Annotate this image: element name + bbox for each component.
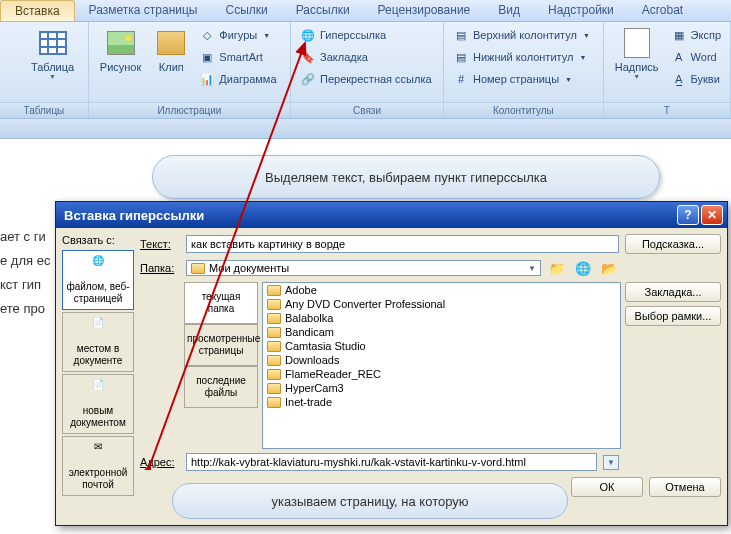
list-item[interactable]: Bandicam (263, 325, 620, 339)
hyperlink-icon: 🌐 (300, 27, 316, 43)
linkto-panel: Связать с: 🌐файлом, веб-страницей 📄место… (62, 234, 134, 519)
pagenum-icon: # (453, 71, 469, 87)
smartart-icon: ▣ (199, 49, 215, 65)
bookmark-button[interactable]: 🔖Закладка (296, 47, 438, 67)
textbox-button[interactable]: Надпись▼ (609, 25, 665, 82)
text-input[interactable] (186, 235, 619, 253)
address-input[interactable] (186, 453, 597, 471)
address-dropdown[interactable]: ▼ (603, 455, 619, 470)
dialog-titlebar[interactable]: Вставка гиперссылки ? ✕ (56, 202, 727, 228)
dropcap-icon: A̲ (671, 71, 687, 87)
linkto-email[interactable]: ✉электронной почтой (62, 436, 134, 496)
header-icon: ▤ (453, 27, 469, 43)
tab-acrobat[interactable]: Acrobat (628, 0, 697, 21)
textbox-icon (621, 27, 653, 59)
group-tables-label: Таблицы (0, 102, 88, 118)
ribbon: Таблица▼ Таблицы Рисунок Клип ◇Фигуры▼ ▣… (0, 22, 731, 119)
browse-file-button[interactable]: 📂 (599, 258, 619, 278)
tab-mailings[interactable]: Рассылки (282, 0, 364, 21)
table-icon (37, 27, 69, 59)
callout-bottom: указываем страницу, на которую (172, 483, 568, 519)
hyperlink-dialog: Вставка гиперссылки ? ✕ Связать с: 🌐файл… (55, 201, 728, 526)
tab-layout[interactable]: Разметка страницы (75, 0, 212, 21)
subnav-current[interactable]: текущая папка (184, 282, 258, 324)
wordart-button[interactable]: AWord (667, 47, 725, 67)
dialog-title: Вставка гиперссылки (60, 208, 675, 223)
place-icon: 📄 (86, 317, 110, 341)
subnav-viewed[interactable]: просмотренные страницы (184, 324, 258, 366)
footer-icon: ▤ (453, 49, 469, 65)
up-button[interactable]: 📁 (547, 258, 567, 278)
shapes-button[interactable]: ◇Фигуры▼ (195, 25, 280, 45)
ok-button[interactable]: ОК (571, 477, 643, 497)
dropcap-button[interactable]: A̲Букви (667, 69, 725, 89)
tab-insert[interactable]: Вставка (0, 0, 75, 21)
table-button[interactable]: Таблица▼ (25, 25, 80, 82)
document-body: ает с ги е для ес кст гип ете про (0, 225, 50, 321)
chart-button[interactable]: 📊Диаграмма (195, 69, 280, 89)
linkto-place[interactable]: 📄местом в документе (62, 312, 134, 372)
folder-icon (267, 285, 281, 296)
close-button[interactable]: ✕ (701, 205, 723, 225)
ribbon-tabs: Вставка Разметка страницы Ссылки Рассылк… (0, 0, 731, 22)
shapes-icon: ◇ (199, 27, 215, 43)
folder-icon (267, 355, 281, 366)
list-item[interactable]: Adobe (263, 283, 620, 297)
folder-select[interactable]: Мои документы ▼ (186, 260, 541, 276)
list-item[interactable]: Any DVD Converter Professional (263, 297, 620, 311)
group-links-label: Связи (291, 102, 443, 118)
ruler (0, 119, 731, 139)
bookmark-icon: 🔖 (300, 49, 316, 65)
address-label: Адрес: (140, 456, 180, 468)
folder-icon (191, 263, 205, 274)
picture-icon (105, 27, 137, 59)
frame-button[interactable]: Выбор рамки... (625, 306, 721, 326)
express-button[interactable]: ▦Экспр (667, 25, 725, 45)
folder-icon (267, 313, 281, 324)
list-item[interactable]: Inet-trade (263, 395, 620, 409)
footer-button[interactable]: ▤Нижний колонтитул▼ (449, 47, 598, 67)
text-label: Текст: (140, 238, 180, 250)
tab-references[interactable]: Ссылки (211, 0, 281, 21)
tab-addins[interactable]: Надстройки (534, 0, 628, 21)
folder-icon (267, 327, 281, 338)
list-item[interactable]: Downloads (263, 353, 620, 367)
folder-icon (267, 397, 281, 408)
file-list[interactable]: Adobe Any DVD Converter Professional Bal… (262, 282, 621, 449)
tab-review[interactable]: Рецензирование (364, 0, 485, 21)
tab-view[interactable]: Вид (484, 0, 534, 21)
folder-icon (267, 299, 281, 310)
callout-top: Выделяем текст, выбираем пункт гиперссыл… (152, 155, 660, 199)
chart-icon: 📊 (199, 71, 215, 87)
email-icon: ✉ (86, 441, 110, 465)
folder-icon (267, 383, 281, 394)
crossref-button[interactable]: 🔗Перекрестная ссылка (296, 69, 438, 89)
picture-button[interactable]: Рисунок (94, 25, 148, 75)
newdoc-icon: 📄 (86, 379, 110, 403)
clip-icon (155, 27, 187, 59)
smartart-button[interactable]: ▣SmartArt (195, 47, 280, 67)
bookmark-button[interactable]: Закладка... (625, 282, 721, 302)
subnav-recent[interactable]: последние файлы (184, 366, 258, 408)
group-headerfooter-label: Колонтитулы (444, 102, 603, 118)
linkto-newdoc[interactable]: 📄новым документом (62, 374, 134, 434)
list-item[interactable]: Camtasia Studio (263, 339, 620, 353)
group-text-label: Т (604, 102, 730, 118)
hyperlink-button[interactable]: 🌐Гиперссылка (296, 25, 438, 45)
wordart-icon: A (671, 49, 687, 65)
list-item[interactable]: Balabolka (263, 311, 620, 325)
clip-button[interactable]: Клип (149, 25, 193, 75)
browse-web-button[interactable]: 🌐 (573, 258, 593, 278)
folder-icon (267, 369, 281, 380)
pagenum-button[interactable]: #Номер страницы▼ (449, 69, 598, 89)
help-button[interactable]: ? (677, 205, 699, 225)
cancel-button[interactable]: Отмена (649, 477, 721, 497)
list-item[interactable]: FlameReader_REC (263, 367, 620, 381)
group-illustrations-label: Иллюстрации (89, 102, 290, 118)
express-icon: ▦ (671, 27, 687, 43)
list-item[interactable]: HyperCam3 (263, 381, 620, 395)
linkto-file[interactable]: 🌐файлом, веб-страницей (62, 250, 134, 310)
header-button[interactable]: ▤Верхний колонтитул▼ (449, 25, 598, 45)
hint-button[interactable]: Подсказка... (625, 234, 721, 254)
crossref-icon: 🔗 (300, 71, 316, 87)
